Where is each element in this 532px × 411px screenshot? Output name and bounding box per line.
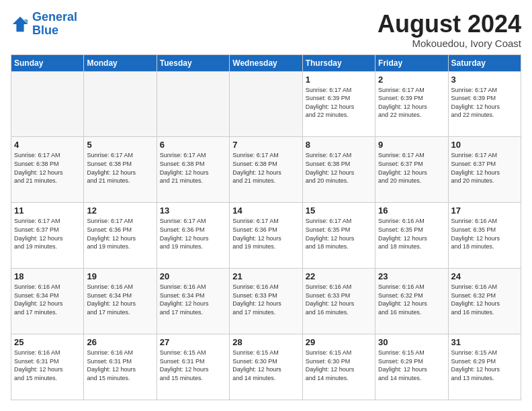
calendar-cell (84, 71, 157, 137)
day-info: Sunrise: 6:17 AM Sunset: 6:35 PM Dayligh… (306, 217, 372, 250)
day-number: 16 (378, 205, 445, 216)
day-number: 15 (306, 205, 372, 216)
col-header-wednesday: Wednesday (230, 54, 302, 71)
day-info: Sunrise: 6:17 AM Sunset: 6:37 PM Dayligh… (14, 217, 81, 250)
day-info: Sunrise: 6:17 AM Sunset: 6:36 PM Dayligh… (232, 217, 299, 250)
col-header-monday: Monday (84, 54, 157, 71)
calendar-cell: 7Sunrise: 6:17 AM Sunset: 6:38 PM Daylig… (230, 137, 302, 203)
calendar-cell: 29Sunrise: 6:15 AM Sunset: 6:30 PM Dayli… (302, 334, 375, 400)
logo-line1: General (32, 10, 77, 24)
day-number: 2 (378, 75, 445, 85)
day-info: Sunrise: 6:16 AM Sunset: 6:34 PM Dayligh… (87, 283, 153, 316)
calendar-week-3: 11Sunrise: 6:17 AM Sunset: 6:37 PM Dayli… (11, 203, 521, 269)
calendar-week-5: 25Sunrise: 6:16 AM Sunset: 6:31 PM Dayli… (11, 334, 521, 400)
day-info: Sunrise: 6:16 AM Sunset: 6:35 PM Dayligh… (378, 217, 445, 250)
col-header-sunday: Sunday (11, 54, 84, 71)
day-number: 4 (14, 140, 81, 150)
calendar-cell (157, 71, 229, 137)
day-info: Sunrise: 6:16 AM Sunset: 6:35 PM Dayligh… (451, 217, 518, 250)
header: General Blue August 2024 Mokouedou, Ivor… (11, 11, 521, 49)
day-number: 10 (451, 140, 518, 150)
calendar-cell: 16Sunrise: 6:16 AM Sunset: 6:35 PM Dayli… (375, 203, 448, 269)
calendar-cell (11, 71, 84, 137)
day-number: 18 (14, 271, 81, 281)
calendar-cell: 18Sunrise: 6:16 AM Sunset: 6:34 PM Dayli… (11, 269, 84, 334)
calendar-cell: 3Sunrise: 6:17 AM Sunset: 6:39 PM Daylig… (448, 71, 521, 137)
day-number: 8 (306, 140, 372, 150)
calendar-cell: 22Sunrise: 6:16 AM Sunset: 6:33 PM Dayli… (302, 269, 375, 334)
day-number: 14 (232, 205, 299, 216)
day-info: Sunrise: 6:15 AM Sunset: 6:30 PM Dayligh… (232, 349, 299, 382)
calendar-cell: 2Sunrise: 6:17 AM Sunset: 6:39 PM Daylig… (375, 71, 448, 137)
page: General Blue August 2024 Mokouedou, Ivor… (0, 0, 532, 411)
day-info: Sunrise: 6:17 AM Sunset: 6:39 PM Dayligh… (451, 86, 518, 120)
calendar-cell: 5Sunrise: 6:17 AM Sunset: 6:38 PM Daylig… (84, 137, 157, 203)
day-info: Sunrise: 6:17 AM Sunset: 6:36 PM Dayligh… (160, 217, 226, 250)
logo-text: General Blue (32, 11, 77, 38)
day-info: Sunrise: 6:15 AM Sunset: 6:29 PM Dayligh… (451, 349, 518, 382)
col-header-thursday: Thursday (302, 54, 375, 71)
day-info: Sunrise: 6:16 AM Sunset: 6:33 PM Dayligh… (306, 283, 372, 316)
calendar-cell: 17Sunrise: 6:16 AM Sunset: 6:35 PM Dayli… (448, 203, 521, 269)
calendar-cell: 15Sunrise: 6:17 AM Sunset: 6:35 PM Dayli… (302, 203, 375, 269)
calendar-cell: 8Sunrise: 6:17 AM Sunset: 6:38 PM Daylig… (302, 137, 375, 203)
day-number: 24 (451, 271, 518, 281)
title-block: August 2024 Mokouedou, Ivory Coast (378, 11, 521, 49)
calendar-cell: 10Sunrise: 6:17 AM Sunset: 6:37 PM Dayli… (448, 137, 521, 203)
day-number: 12 (87, 205, 153, 216)
day-info: Sunrise: 6:16 AM Sunset: 6:31 PM Dayligh… (14, 349, 81, 382)
calendar-cell: 30Sunrise: 6:15 AM Sunset: 6:29 PM Dayli… (375, 334, 448, 400)
day-number: 31 (451, 337, 518, 347)
logo-line2: Blue (32, 24, 58, 37)
calendar-cell: 26Sunrise: 6:16 AM Sunset: 6:31 PM Dayli… (84, 334, 157, 400)
day-info: Sunrise: 6:16 AM Sunset: 6:32 PM Dayligh… (451, 283, 518, 316)
day-info: Sunrise: 6:17 AM Sunset: 6:39 PM Dayligh… (378, 86, 445, 120)
day-number: 23 (378, 271, 445, 281)
day-info: Sunrise: 6:17 AM Sunset: 6:37 PM Dayligh… (378, 151, 445, 185)
calendar-cell: 14Sunrise: 6:17 AM Sunset: 6:36 PM Dayli… (230, 203, 302, 269)
day-number: 29 (306, 337, 372, 347)
calendar-week-4: 18Sunrise: 6:16 AM Sunset: 6:34 PM Dayli… (11, 269, 521, 334)
day-number: 26 (87, 337, 153, 347)
calendar-cell: 12Sunrise: 6:17 AM Sunset: 6:36 PM Dayli… (84, 203, 157, 269)
day-number: 17 (451, 205, 518, 216)
day-info: Sunrise: 6:17 AM Sunset: 6:38 PM Dayligh… (232, 151, 299, 185)
day-number: 21 (232, 271, 299, 281)
day-number: 20 (160, 271, 226, 281)
calendar-cell: 13Sunrise: 6:17 AM Sunset: 6:36 PM Dayli… (157, 203, 229, 269)
calendar-week-1: 1Sunrise: 6:17 AM Sunset: 6:39 PM Daylig… (11, 71, 521, 137)
calendar-cell: 23Sunrise: 6:16 AM Sunset: 6:32 PM Dayli… (375, 269, 448, 334)
calendar-cell: 24Sunrise: 6:16 AM Sunset: 6:32 PM Dayli… (448, 269, 521, 334)
col-header-saturday: Saturday (448, 54, 521, 71)
calendar-cell: 21Sunrise: 6:16 AM Sunset: 6:33 PM Dayli… (230, 269, 302, 334)
calendar-header-row: SundayMondayTuesdayWednesdayThursdayFrid… (11, 54, 521, 71)
day-info: Sunrise: 6:17 AM Sunset: 6:38 PM Dayligh… (306, 151, 372, 185)
calendar-cell: 19Sunrise: 6:16 AM Sunset: 6:34 PM Dayli… (84, 269, 157, 334)
calendar-cell: 27Sunrise: 6:15 AM Sunset: 6:31 PM Dayli… (157, 334, 229, 400)
logo-icon (11, 15, 30, 34)
calendar-cell: 4Sunrise: 6:17 AM Sunset: 6:38 PM Daylig… (11, 137, 84, 203)
day-info: Sunrise: 6:16 AM Sunset: 6:32 PM Dayligh… (378, 283, 445, 316)
calendar-cell: 9Sunrise: 6:17 AM Sunset: 6:37 PM Daylig… (375, 137, 448, 203)
day-number: 5 (87, 140, 153, 150)
calendar-cell: 20Sunrise: 6:16 AM Sunset: 6:34 PM Dayli… (157, 269, 229, 334)
day-number: 1 (306, 75, 372, 85)
day-info: Sunrise: 6:16 AM Sunset: 6:33 PM Dayligh… (232, 283, 299, 316)
calendar-cell: 31Sunrise: 6:15 AM Sunset: 6:29 PM Dayli… (448, 334, 521, 400)
svg-marker-0 (13, 17, 28, 32)
day-number: 3 (451, 75, 518, 85)
subtitle: Mokouedou, Ivory Coast (378, 38, 521, 49)
day-number: 19 (87, 271, 153, 281)
day-info: Sunrise: 6:17 AM Sunset: 6:39 PM Dayligh… (306, 86, 372, 120)
day-number: 9 (378, 140, 445, 150)
day-number: 27 (160, 337, 226, 347)
main-title: August 2024 (378, 11, 521, 38)
day-info: Sunrise: 6:17 AM Sunset: 6:38 PM Dayligh… (160, 151, 226, 185)
calendar-week-2: 4Sunrise: 6:17 AM Sunset: 6:38 PM Daylig… (11, 137, 521, 203)
day-info: Sunrise: 6:17 AM Sunset: 6:38 PM Dayligh… (14, 151, 81, 185)
day-info: Sunrise: 6:17 AM Sunset: 6:38 PM Dayligh… (87, 151, 153, 185)
day-number: 25 (14, 337, 81, 347)
col-header-friday: Friday (375, 54, 448, 71)
day-number: 7 (232, 140, 299, 150)
calendar-cell: 1Sunrise: 6:17 AM Sunset: 6:39 PM Daylig… (302, 71, 375, 137)
